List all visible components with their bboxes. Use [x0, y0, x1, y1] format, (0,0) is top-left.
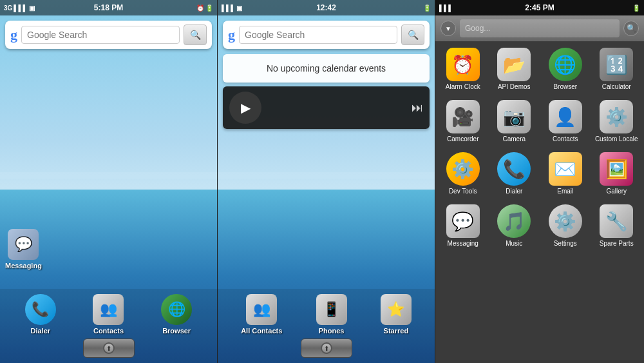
music-label: Music [506, 240, 522, 248]
all-contacts-icon: 👥 [246, 294, 277, 325]
search-button-1[interactable]: 🔍 [184, 25, 207, 45]
phones-label: Phones [319, 327, 345, 335]
home-button-bar-1: ⬆ [6, 338, 211, 358]
gallery-app[interactable]: 🖼️ Gallery [592, 148, 642, 199]
api-demos-label: API Demos [498, 83, 531, 91]
browser-icon-3: 🌐 [549, 48, 582, 81]
music-app[interactable]: 🎵 Music [489, 201, 540, 251]
signal-icon-1: ▌▌▌ [14, 5, 27, 12]
home-button-2[interactable]: ⬆ [301, 338, 352, 358]
dev-tools-icon: ⚙️ [446, 152, 480, 186]
status-bar-1: 3G ▌▌▌ ▣ 5:18 PM ⏰ 🔋 [0, 0, 217, 15]
drawer-handle[interactable]: ▼ [440, 21, 456, 36]
battery-icon-1: 🔋 [205, 5, 213, 12]
camera-label: Camera [502, 135, 526, 143]
status-icons-right-1: ⏰ 🔋 [196, 5, 213, 12]
calendar-widget: No upcoming calendar events [223, 54, 430, 83]
spare-parts-label: Spare Parts [600, 240, 634, 248]
gallery-label: Gallery [606, 188, 627, 195]
messaging-icon-img: 💬 [8, 229, 39, 260]
contacts-icon: 👥 [93, 294, 124, 325]
panel3-search-text: Goog... [465, 24, 490, 33]
browser-label-3: Browser [553, 83, 577, 91]
app-grid: ⏰ Alarm Clock 📂 API Demos 🌐 Browser 🔢 Ca… [435, 41, 644, 254]
browser-icon: 🌐 [161, 294, 192, 325]
custom-locale-app[interactable]: ⚙️ Custom Locale [592, 96, 642, 147]
api-demos-app[interactable]: 📂 API Demos [489, 44, 540, 95]
battery-icon-3: 🔋 [632, 5, 640, 12]
sim-icon: ▣ [29, 5, 35, 12]
contacts-label: Contacts [93, 327, 124, 335]
email-label: Email [557, 188, 573, 195]
google-g-1: g [10, 26, 17, 43]
gallery-icon: 🖼️ [600, 152, 633, 186]
calculator-label: Calculator [602, 83, 631, 91]
calculator-app[interactable]: 🔢 Calculator [592, 44, 642, 95]
contacts-icon-3: 👤 [549, 100, 582, 133]
starred-app[interactable]: ⭐ Starred [381, 294, 412, 335]
messaging-icon-3: 💬 [446, 204, 480, 238]
panel3-search-bar[interactable]: Goog... [460, 19, 620, 37]
messaging-label-3: Messaging [448, 240, 478, 248]
search-bar-1: g 🔍 [5, 21, 212, 49]
horizon-line-2 [218, 172, 435, 179]
search-circle[interactable]: 🔍 [623, 21, 639, 36]
camcorder-app[interactable]: 🎥 Camcorder [438, 96, 488, 147]
spare-parts-app[interactable]: 🔧 Spare Parts [592, 201, 642, 251]
home-button-1[interactable]: ⬆ [83, 338, 135, 358]
all-contacts-app[interactable]: 👥 All Contacts [241, 294, 282, 335]
horizon-line [0, 172, 217, 179]
dialer-icon: 📞 [25, 294, 56, 325]
time-3: 2:45 PM [525, 3, 554, 12]
browser-app-3[interactable]: 🌐 Browser [540, 44, 591, 95]
camera-app[interactable]: 📷 Camera [489, 96, 540, 147]
alarm-icon: ⏰ [196, 5, 204, 12]
calendar-message: No upcoming calendar events [267, 63, 386, 74]
dialer-app-3[interactable]: 📞 Dialer [489, 148, 540, 199]
messaging-app-3[interactable]: 💬 Messaging [438, 201, 488, 251]
search-input-1[interactable] [21, 26, 180, 44]
3g-icon: 3G [4, 5, 12, 12]
music-next-button[interactable]: ⏭ [412, 101, 423, 115]
camera-icon: 📷 [497, 100, 531, 133]
signal-icon-2: ▌▌▌ [222, 5, 235, 12]
contacts-app[interactable]: 👥 Contacts [93, 294, 124, 335]
camcorder-icon: 🎥 [446, 100, 480, 133]
home-button-icon-2: ⬆ [321, 342, 332, 354]
settings-icon: ⚙️ [549, 204, 582, 238]
alarm-clock-app[interactable]: ⏰ Alarm Clock [438, 44, 488, 95]
phones-app[interactable]: 📱 Phones [316, 294, 347, 335]
music-controls: ⏭ [267, 101, 423, 115]
panel-2: ▌▌▌ ▣ 12:42 🔋 g 🔍 No upcoming calendar e… [218, 0, 435, 363]
all-contacts-label: All Contacts [241, 327, 282, 335]
camcorder-label: Camcorder [447, 135, 478, 143]
alarm-clock-label: Alarm Clock [446, 83, 480, 91]
dock-icons-1: 📞 Dialer 👥 Contacts 🌐 Browser [6, 294, 211, 335]
music-widget[interactable]: ▶ ⏭ [223, 86, 430, 129]
contacts-app-3[interactable]: 👤 Contacts [540, 96, 591, 147]
music-play-button[interactable]: ▶ [229, 92, 261, 124]
search-bar-2: g 🔍 [223, 21, 430, 49]
starred-label: Starred [384, 327, 409, 335]
dev-tools-app[interactable]: ⚙️ Dev Tools [438, 148, 488, 199]
messaging-label: Messaging [5, 262, 42, 270]
contacts-label-3: Contacts [553, 135, 578, 143]
dialer-app[interactable]: 📞 Dialer [25, 294, 56, 335]
calculator-icon: 🔢 [600, 48, 633, 81]
settings-app[interactable]: ⚙️ Settings [540, 201, 591, 251]
time-1: 5:18 PM [94, 3, 123, 12]
search-button-2[interactable]: 🔍 [401, 25, 424, 45]
messaging-icon[interactable]: 💬 Messaging [5, 229, 42, 270]
alarm-clock-icon: ⏰ [446, 48, 480, 81]
browser-app[interactable]: 🌐 Browser [161, 294, 192, 335]
email-icon: ✉️ [549, 152, 582, 186]
email-app[interactable]: ✉️ Email [540, 148, 591, 199]
dev-tools-label: Dev Tools [449, 188, 477, 195]
custom-locale-icon: ⚙️ [600, 100, 633, 133]
status-icons-left-2: ▌▌▌ ▣ [222, 5, 242, 12]
browser-label: Browser [162, 327, 191, 335]
panel-3: ▌▌▌ 2:45 PM 🔋 ▼ Goog... 🔍 ⏰ Alarm Clock … [435, 0, 644, 363]
signal-icon-3: ▌▌▌ [439, 5, 453, 12]
panel3-topbar: ▼ Goog... 🔍 [435, 15, 644, 41]
search-input-2[interactable] [239, 26, 397, 44]
